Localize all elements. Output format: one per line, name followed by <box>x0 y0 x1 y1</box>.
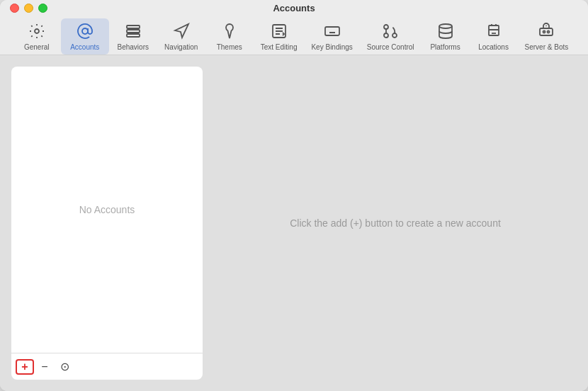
toolbar-item-key-bindings[interactable]: Key Bindings <box>304 18 359 55</box>
toolbar: General Accounts <box>0 16 588 55</box>
window-title: Accounts <box>273 3 315 13</box>
svg-rect-2 <box>127 26 140 28</box>
themes-label: Themes <box>217 43 242 51</box>
content-area: No Accounts + − ⊙ Click the add (+) butt… <box>0 55 588 391</box>
accounts-label: Accounts <box>70 43 99 51</box>
minimize-button[interactable] <box>24 4 33 13</box>
behaviors-label: Behaviors <box>118 43 149 51</box>
toolbar-item-accounts[interactable]: Accounts <box>61 18 109 55</box>
server-bots-icon <box>536 21 556 41</box>
navigation-label: Navigation <box>164 43 198 51</box>
accounts-list: No Accounts <box>11 67 203 353</box>
key-bindings-label: Key Bindings <box>311 43 352 51</box>
svg-point-10 <box>384 33 388 38</box>
svg-rect-3 <box>127 30 140 33</box>
left-panel: No Accounts + − ⊙ <box>11 67 203 380</box>
no-accounts-text: No Accounts <box>79 204 135 215</box>
text-editing-icon <box>269 21 289 41</box>
panel-footer: + − ⊙ <box>11 353 203 380</box>
remove-account-button[interactable]: − <box>35 359 54 375</box>
text-editing-label: Text Editing <box>261 43 298 51</box>
toolbar-item-themes[interactable]: Themes <box>205 18 254 55</box>
toolbar-item-navigation[interactable]: Navigation <box>157 18 205 55</box>
toolbar-item-locations[interactable]: Locations <box>470 18 518 55</box>
navigation-icon <box>171 21 191 41</box>
platforms-label: Platforms <box>430 43 460 51</box>
toolbar-item-behaviors[interactable]: Behaviors <box>109 18 157 55</box>
close-button[interactable] <box>10 4 19 13</box>
svg-point-1 <box>82 28 88 34</box>
source-control-icon <box>380 21 400 41</box>
server-bots-label: Server & Bots <box>525 43 569 51</box>
window-controls <box>10 4 47 13</box>
svg-point-15 <box>548 31 550 33</box>
toolbar-item-text-editing[interactable]: Text Editing <box>254 18 305 55</box>
right-panel: Click the add (+) button to create a new… <box>214 67 577 380</box>
platforms-icon <box>436 21 456 41</box>
title-bar: Accounts General <box>0 0 588 55</box>
toolbar-item-source-control[interactable]: Source Control <box>360 18 422 55</box>
svg-rect-12 <box>489 26 499 35</box>
svg-point-8 <box>392 33 397 38</box>
add-account-button[interactable]: + <box>16 359 34 375</box>
at-icon <box>75 21 95 41</box>
main-window: Accounts General <box>0 0 588 391</box>
svg-point-11 <box>439 24 452 28</box>
options-button[interactable]: ⊙ <box>55 359 74 375</box>
themes-icon <box>220 21 239 41</box>
svg-rect-4 <box>127 34 140 37</box>
behaviors-icon <box>123 21 143 41</box>
maximize-button[interactable] <box>38 4 47 13</box>
title-bar-top: Accounts <box>0 0 588 16</box>
toolbar-item-server-bots[interactable]: Server & Bots <box>518 18 576 55</box>
svg-marker-5 <box>175 24 188 38</box>
locations-label: Locations <box>478 43 509 51</box>
right-hint-text: Click the add (+) button to create a new… <box>290 217 501 229</box>
key-bindings-icon <box>322 21 342 41</box>
gear-icon <box>27 21 47 41</box>
svg-point-14 <box>543 31 545 33</box>
svg-point-0 <box>35 29 39 33</box>
source-control-label: Source Control <box>367 43 414 51</box>
general-label: General <box>24 43 50 51</box>
toolbar-item-platforms[interactable]: Platforms <box>422 18 470 55</box>
svg-point-9 <box>384 25 388 29</box>
svg-rect-7 <box>325 27 339 35</box>
locations-icon <box>484 21 504 41</box>
svg-rect-13 <box>540 28 553 35</box>
toolbar-item-general[interactable]: General <box>13 18 61 55</box>
